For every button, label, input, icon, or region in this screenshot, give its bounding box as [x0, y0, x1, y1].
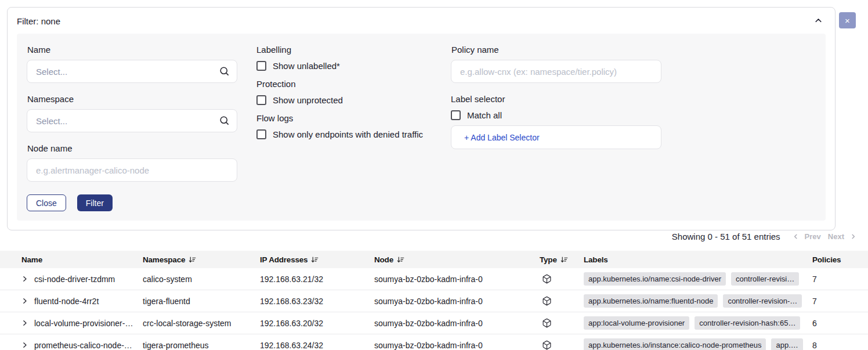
prev-chevron-icon[interactable] [790, 233, 801, 240]
node-cell: soumya-bz-0zbo-kadm-infra-0 [374, 275, 540, 284]
filter-button[interactable]: Filter [77, 194, 113, 211]
policy-name-input[interactable] [451, 60, 661, 83]
table-row: csi-node-driver-tzdmmcalico-system192.16… [0, 268, 868, 290]
namespace-cell: tigera-prometheus [143, 341, 260, 350]
entries-summary: Showing 0 - 51 of 51 entries [672, 232, 780, 241]
labelling-heading: Labelling [256, 45, 432, 55]
workload-endpoint-icon [542, 318, 552, 328]
label-selector-heading: Label selector [451, 94, 661, 104]
column-header-labels: Labels [584, 255, 808, 264]
column-label: Name [21, 255, 42, 264]
collapse-panel-button[interactable] [813, 16, 823, 27]
node-cell: soumya-bz-0zbo-kadm-infra-0 [374, 341, 540, 350]
type-cell [540, 318, 584, 328]
type-cell [540, 296, 584, 306]
namespace-cell: crc-local-storage-system [143, 319, 260, 328]
label-pill: app:local-volume-provisioner [584, 316, 689, 330]
name-filter-label: Name [27, 45, 237, 55]
close-icon: × [845, 16, 850, 25]
match-all-checkbox[interactable] [451, 110, 461, 120]
namespace-cell: tigera-fluentd [143, 297, 260, 306]
next-button[interactable]: Next [828, 232, 844, 241]
column-label: Type [540, 255, 557, 264]
namespace-select-input[interactable] [27, 109, 237, 132]
endpoint-name: prometheus-calico-node-… [34, 341, 132, 350]
workload-endpoint-icon [542, 274, 552, 284]
add-label-selector-button[interactable]: + Add Label Selector [451, 125, 661, 149]
name-select-input[interactable] [27, 60, 237, 83]
pagination: Showing 0 - 51 of 51 entries Prev Next [672, 230, 859, 242]
endpoint-name-cell: fluentd-node-4rr2t [0, 297, 143, 306]
column-label: Policies [812, 255, 841, 264]
sort-icon [189, 256, 196, 264]
filter-title: Filter: none [17, 16, 60, 26]
search-icon [219, 66, 230, 77]
search-icon [219, 115, 230, 126]
type-cell [540, 274, 584, 284]
type-cell [540, 340, 584, 350]
node-name-filter-label: Node name [27, 143, 237, 153]
show-unprotected-checkbox[interactable] [256, 95, 266, 105]
column-header-node[interactable]: Node [374, 255, 540, 264]
close-button[interactable]: Close [27, 194, 66, 211]
column-label: Namespace [143, 255, 185, 264]
labels-cell: app.kubernetes.io/name:fluentd-nodecontr… [584, 294, 808, 308]
policies-count-cell: 7 [808, 275, 868, 284]
policies-count-cell: 7 [808, 297, 868, 306]
endpoints-table: NameNamespaceIP AddressesNodeTypeLabelsP… [0, 251, 868, 350]
match-all-label: Match all [467, 110, 502, 120]
show-unlabelled-checkbox[interactable] [256, 61, 266, 71]
workload-endpoint-icon [542, 296, 552, 306]
column-header-type[interactable]: Type [540, 255, 584, 264]
table-row: prometheus-calico-node-…tigera-prometheu… [0, 334, 868, 350]
label-pill: app.kubernetes.io/name:fluentd-node [584, 294, 718, 308]
sort-icon [560, 256, 568, 264]
filter-panel: Filter: none Name Namespace [7, 7, 836, 230]
node-cell: soumya-bz-0zbo-kadm-infra-0 [374, 319, 540, 328]
label-pill: app.kubernetes.io/name:csi-node-driver [584, 272, 726, 286]
endpoint-name-cell: prometheus-calico-node-… [0, 341, 143, 350]
sort-icon [311, 256, 319, 264]
label-pill: app.… [771, 338, 802, 350]
protection-heading: Protection [256, 79, 432, 89]
ip-addresses-cell: 192.168.63.21/32 [260, 275, 374, 284]
column-header-ip-addresses[interactable]: IP Addresses [260, 255, 374, 264]
expand-row-chevron-icon[interactable] [21, 297, 28, 305]
ip-addresses-cell: 192.168.63.20/32 [260, 319, 374, 328]
denied-traffic-checkbox[interactable] [256, 129, 266, 139]
flow-logs-heading: Flow logs [256, 113, 432, 123]
dismiss-panel-button[interactable]: × [839, 12, 856, 28]
table-header-row: NameNamespaceIP AddressesNodeTypeLabelsP… [0, 251, 868, 268]
endpoint-name-cell: csi-node-driver-tzdmm [0, 275, 143, 284]
endpoint-name: fluentd-node-4rr2t [34, 297, 99, 306]
ip-addresses-cell: 192.168.63.23/32 [260, 297, 374, 306]
label-pill: controller-revision-… [723, 294, 802, 308]
table-row: fluentd-node-4rr2ttigera-fluentd192.168.… [0, 290, 868, 312]
labels-cell: app:local-volume-provisionercontroller-r… [584, 316, 808, 330]
expand-row-chevron-icon[interactable] [21, 275, 28, 283]
column-label: IP Addresses [260, 255, 308, 264]
endpoint-name-cell: local-volume-provisioner-… [0, 319, 143, 328]
label-pill: controller-revision-hash:65… [695, 316, 800, 330]
expand-row-chevron-icon[interactable] [21, 341, 28, 349]
workload-endpoint-icon [542, 340, 552, 350]
policies-count-cell: 8 [808, 341, 868, 350]
next-chevron-icon[interactable] [848, 233, 859, 240]
filter-panel-header: Filter: none [8, 8, 835, 34]
column-header-policies: Policies [808, 255, 868, 264]
show-unprotected-label: Show unprotected [273, 95, 343, 105]
ip-addresses-cell: 192.168.63.24/32 [260, 341, 374, 350]
node-name-input[interactable] [27, 158, 237, 182]
prev-button[interactable]: Prev [805, 232, 821, 241]
namespace-cell: calico-system [143, 275, 260, 284]
labels-cell: app.kubernetes.io/instance:calico-node-p… [584, 338, 808, 350]
chevron-up-icon [813, 16, 823, 27]
column-header-namespace[interactable]: Namespace [143, 255, 260, 264]
endpoint-name: csi-node-driver-tzdmm [34, 275, 115, 284]
expand-row-chevron-icon[interactable] [21, 319, 28, 327]
denied-traffic-label: Show only endpoints with denied traffic [273, 129, 423, 139]
column-header-name: Name [0, 255, 143, 264]
sort-icon [397, 256, 404, 264]
column-label: Node [374, 255, 393, 264]
table-row: local-volume-provisioner-…crc-local-stor… [0, 312, 868, 334]
